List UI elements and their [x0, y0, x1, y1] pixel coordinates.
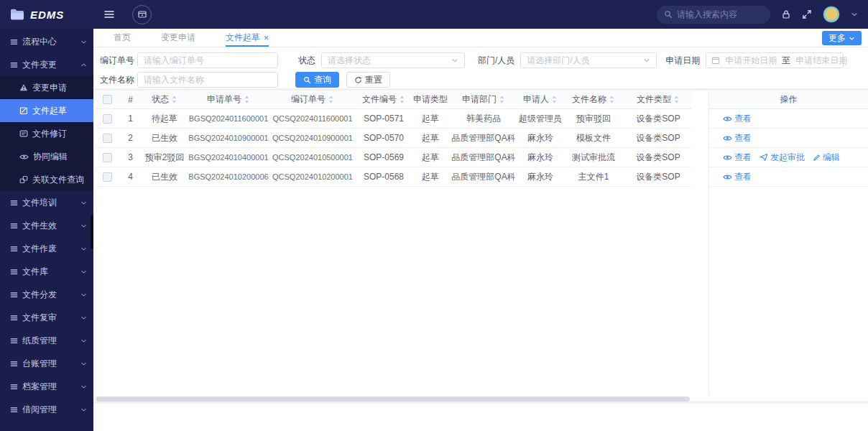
sidebar-item-11[interactable]: 文件分发 [0, 283, 93, 306]
topbar-right [657, 6, 868, 24]
sidebar-item-label: 文件起草 [32, 105, 67, 117]
sidebar-item-1[interactable]: 文件变更 [0, 53, 93, 76]
chev-down-icon [80, 246, 87, 252]
bars-icon [10, 406, 18, 414]
cell-apply_type: 起草 [412, 148, 449, 167]
row-checkbox[interactable] [103, 153, 112, 162]
date-range-picker[interactable]: 申请开始日期 至 申请结束日期 [706, 52, 844, 68]
eye-icon [723, 173, 732, 181]
cell-doc_name: 预审驳回 [563, 109, 624, 128]
warning-icon [19, 83, 28, 92]
col-header-label: 状态 [152, 93, 169, 106]
sidebar-item-4[interactable]: 文件修订 [0, 122, 93, 145]
op-eye-link[interactable]: 查看 [723, 152, 752, 164]
reset-button[interactable]: 重置 [346, 72, 390, 88]
op-eye-link[interactable]: 查看 [723, 113, 752, 125]
op-pencil-link[interactable]: 编辑 [813, 152, 840, 164]
cell-seq: 1 [119, 109, 142, 128]
query-button[interactable]: 查询 [295, 72, 339, 88]
sidebar-item-16[interactable]: 借阅管理 [0, 398, 93, 421]
sidebar-scrollbar[interactable] [91, 216, 93, 249]
cell-apply_dept: 品质管理部QA科 [449, 167, 518, 186]
sidebar-item-label: 关联文件查询 [32, 174, 84, 186]
row-checkbox[interactable] [103, 134, 112, 143]
sidebar-item-label: 文件变更 [22, 59, 57, 71]
tabbar: 首页变更申请文件起草× 更多 [93, 29, 868, 47]
sidebar-item-10[interactable]: 文件库 [0, 260, 93, 283]
chev-down-icon [80, 269, 87, 275]
tab-label: 变更申请 [161, 32, 195, 44]
col-header-doc_type[interactable]: 文件类型 [624, 91, 692, 108]
app-title: EDMS [30, 9, 64, 21]
tabs: 首页变更申请文件起草× [114, 29, 269, 47]
col-header-apply_dept[interactable]: 申请部门 [449, 91, 518, 108]
col-header-status[interactable]: 状态 [142, 91, 188, 108]
bars-icon [10, 383, 18, 391]
app-logo: EDMS [0, 8, 93, 21]
dept-select[interactable]: 请选择部门/人员 [520, 52, 657, 68]
revise-no-input[interactable] [137, 52, 278, 68]
sidebar-item-label: 流程中心 [22, 36, 57, 48]
sort-icon [551, 95, 558, 104]
sidebar-item-5[interactable]: 协同编辑 [0, 145, 93, 168]
col-header-doc_name[interactable]: 文件名称 [563, 91, 624, 108]
hamburger-menu-icon[interactable] [103, 9, 115, 19]
tab-0[interactable]: 首页 [114, 29, 131, 47]
user-menu-chevron-icon[interactable] [851, 11, 858, 18]
sidebar-item-15[interactable]: 档案管理 [0, 375, 93, 398]
sidebar-item-0[interactable]: 流程中心 [0, 30, 93, 53]
cell-applicant: 麻永玲 [518, 129, 563, 147]
operation-cell: 查看 [709, 109, 868, 129]
cell-status: 已生效 [142, 129, 188, 147]
sidebar-item-12[interactable]: 文件复审 [0, 306, 93, 329]
sidebar-item-7[interactable]: 文件培训 [0, 191, 93, 214]
tab-2[interactable]: 文件起草× [226, 29, 269, 47]
sidebar-item-6[interactable]: 关联文件查询 [0, 168, 93, 191]
cell-doc_type: 设备类SOP [624, 109, 692, 128]
cell-apply_type: 起草 [412, 109, 449, 128]
sidebar-item-label: 档案管理 [22, 381, 57, 393]
op-eye-link[interactable]: 查看 [723, 132, 752, 144]
col-header-apply_no[interactable]: 申请单号 [188, 91, 269, 108]
row-checkbox[interactable] [103, 114, 112, 124]
query-button-label: 查询 [314, 74, 331, 86]
more-button[interactable]: 更多 [822, 31, 862, 45]
sidebar: 流程中心文件变更变更申请文件起草文件修订协同编辑关联文件查询文件培训文件生效文件… [0, 29, 93, 431]
op-eye-link[interactable]: 查看 [723, 171, 752, 183]
fullscreen-icon[interactable] [802, 9, 812, 19]
sidebar-item-14[interactable]: 台账管理 [0, 352, 93, 375]
col-header-applicant[interactable]: 申请人 [518, 91, 563, 108]
search-icon [664, 10, 673, 19]
table-panel: #状态申请单号编订单号文件编号申请类型申请部门申请人文件名称文件类型 1待起草B… [93, 91, 868, 401]
sidebar-item-9[interactable]: 文件作废 [0, 237, 93, 260]
sidebar-item-8[interactable]: 文件生效 [0, 214, 93, 237]
select-all-checkbox[interactable] [103, 95, 112, 104]
sidebar-item-2[interactable]: 变更申请 [0, 76, 93, 99]
tab-1[interactable]: 变更申请 [161, 29, 195, 47]
chev-up-icon [80, 62, 87, 68]
doc-name-input[interactable] [137, 72, 278, 88]
horizontal-scrollbar[interactable] [96, 397, 690, 402]
sidebar-item-3[interactable]: 文件起草 [0, 99, 93, 122]
cell-apply_dept: 韩美药品 [449, 109, 518, 128]
user-avatar[interactable] [823, 6, 840, 23]
operation-header-label: 操作 [780, 93, 798, 106]
sidebar-item-label: 文件培训 [22, 197, 57, 209]
workbench-icon[interactable] [132, 5, 152, 24]
col-header-doc_no[interactable]: 文件编号 [356, 91, 412, 108]
table-scroll-area: #状态申请单号编订单号文件编号申请类型申请部门申请人文件名称文件类型 1待起草B… [96, 91, 692, 187]
tab-close-icon[interactable]: × [264, 34, 269, 42]
col-header-apply_type: 申请类型 [412, 91, 449, 108]
op-send-link[interactable]: 发起审批 [760, 152, 805, 164]
search-input[interactable] [677, 9, 756, 19]
global-search[interactable] [657, 6, 770, 24]
sidebar-item-label: 台账管理 [22, 358, 57, 370]
cell-doc_name: 主文件1 [563, 167, 624, 186]
col-header-revise_no[interactable]: 编订单号 [269, 91, 356, 108]
status-select[interactable]: 请选择状态 [321, 52, 465, 68]
sidebar-item-13[interactable]: 纸质管理 [0, 329, 93, 352]
cell-status: 预审2驳回 [142, 148, 188, 167]
link-icon [19, 175, 28, 184]
row-checkbox[interactable] [103, 172, 112, 182]
lock-icon[interactable] [781, 9, 791, 19]
